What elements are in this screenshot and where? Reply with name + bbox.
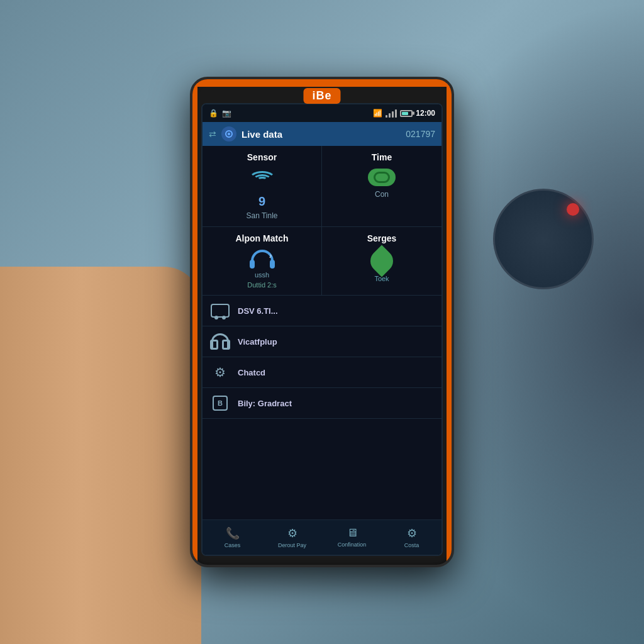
alpon-match-header: Alpon Match (210, 233, 314, 243)
bus-shape (211, 304, 230, 318)
music-sub-label: ussh (255, 271, 269, 279)
list-item[interactable]: B Bily: Gradract (203, 388, 441, 419)
clock-time: 12:00 (416, 109, 435, 118)
time-column-header: Time (330, 152, 434, 162)
status-right-area: 📶 12:00 (373, 109, 435, 118)
bus-icon (210, 301, 230, 321)
signal-bar-2 (389, 113, 391, 118)
battery-icon (400, 110, 413, 117)
device-screen: 🔒 📷 📶 12:00 (201, 103, 443, 556)
signal-bar-3 (392, 111, 394, 118)
serges-content: Toek (330, 250, 434, 282)
signal-bar-4 (395, 109, 397, 118)
serges-column: Serges Toek (322, 227, 441, 295)
app-title: Live data (242, 129, 401, 140)
nav-item-derout[interactable]: ⚙ Derout Pay (262, 524, 322, 551)
app-id: 021797 (406, 129, 435, 139)
nav-item-costa[interactable]: ⚙ Costa (382, 524, 441, 551)
nav-label-cases: Cases (225, 542, 241, 548)
list-section: DSV 6.TI... Vicatfplup ⚙ Chatcd (203, 296, 441, 519)
svg-point-1 (228, 133, 230, 135)
time-column: Time Con (322, 146, 441, 226)
music-column: Alpon Match ♪ ussh Duttid 2:s (203, 227, 322, 295)
sensor-column-header: Sensor (210, 152, 314, 162)
headphone-left-ear (250, 260, 255, 269)
list-item-text-3: Chatcd (238, 368, 265, 377)
nav-item-confination[interactable]: 🖥 Confination (322, 524, 382, 551)
nav-item-cases[interactable]: 📞 Cases (203, 524, 262, 551)
connection-icon (368, 169, 396, 186)
orange-trim-right (447, 79, 452, 565)
settings-nav-icon: ⚙ (287, 526, 297, 540)
list-item-text-1: DSV 6.TI... (238, 306, 278, 316)
sensor-wifi-icon (247, 169, 278, 191)
top-data-grid: Sensor 9 San Tinle Time (203, 146, 441, 227)
back-arrows-icon[interactable]: ⇄ (209, 129, 216, 139)
handheld-device: iBe 🔒 📷 📶 (190, 77, 454, 567)
headset-shape (211, 333, 229, 350)
list-item[interactable]: DSV 6.TI... (203, 296, 441, 326)
headset-icon (210, 331, 230, 352)
status-bar: 🔒 📷 📶 12:00 (203, 104, 441, 122)
sensor-column: Sensor 9 San Tinle (203, 146, 322, 226)
headphone-icon: ♪ (248, 250, 276, 269)
signal-bars (386, 109, 397, 118)
list-item[interactable]: Vicatfplup (203, 326, 441, 357)
screen-icon: 📷 (222, 109, 231, 118)
speedometer-hint (493, 189, 594, 289)
app-icon (221, 126, 236, 142)
sensor-content: 9 San Tinle (210, 169, 314, 220)
hand-background (0, 267, 201, 644)
signal-bar-1 (386, 115, 387, 118)
serges-header: Serges (330, 233, 434, 243)
phone-nav-icon: 📞 (226, 526, 240, 540)
list-item-text-4: Bily: Gradract (238, 399, 292, 408)
device-brand-label: iBe (303, 88, 340, 104)
nav-label-confination: Confination (338, 541, 367, 548)
gear-nav-icon: ⚙ (407, 526, 417, 540)
wifi-status-icon: 📶 (373, 109, 382, 118)
display-nav-icon: 🖥 (347, 526, 358, 540)
second-data-grid: Alpon Match ♪ ussh Duttid 2:s (203, 227, 441, 296)
main-content: Sensor 9 San Tinle Time (203, 146, 441, 555)
list-item[interactable]: ⚙ Chatcd (203, 357, 441, 388)
battery-fill (402, 112, 408, 115)
time-content: Con (330, 169, 434, 199)
music-track-label: Duttid 2:s (247, 281, 276, 289)
bottom-navigation: 📞 Cases ⚙ Derout Pay 🖥 Confination ⚙ Cos… (203, 519, 441, 555)
sensor-number: 9 (258, 194, 265, 209)
headphone-right-ear (270, 260, 275, 269)
scene-background: iBe 🔒 📷 📶 (0, 0, 644, 644)
time-label: Con (375, 190, 389, 199)
music-content: ♪ ussh Duttid 2:s (210, 250, 314, 289)
nav-label-derout: Derout Pay (278, 542, 306, 548)
badge-shape: B (213, 396, 228, 411)
leaf-icon (366, 245, 398, 277)
app-titlebar: ⇄ Live data 021797 (203, 122, 441, 146)
music-note-icon: ♪ (269, 252, 272, 259)
nav-label-costa: Costa (404, 542, 419, 548)
sensor-label: San Tinle (246, 211, 277, 220)
settings-icon: ⚙ (210, 362, 230, 382)
lock-icon: 🔒 (209, 109, 218, 118)
gear-shape: ⚙ (214, 365, 226, 380)
wifi-arc-small (257, 177, 267, 182)
list-item-text-2: Vicatfplup (238, 337, 277, 347)
status-left-icons: 🔒 📷 (209, 109, 231, 118)
badge-icon: B (210, 393, 230, 413)
